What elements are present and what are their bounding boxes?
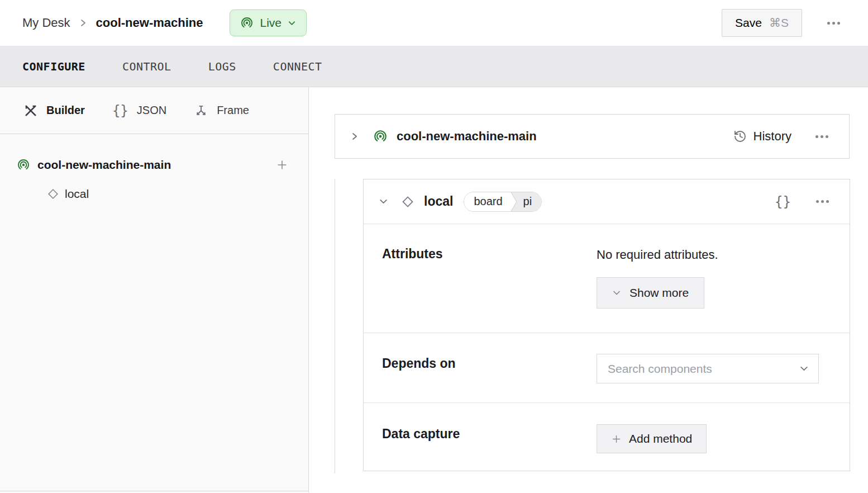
live-status-badge[interactable]: Live [230,10,307,36]
config-sidebar: Builder {} JSON Frame [0,87,309,492]
tab-json-label: JSON [137,104,166,117]
broadcast-icon [240,16,254,30]
code-braces-icon[interactable]: {} [775,194,791,210]
depends-on-label: Depends on [364,333,597,402]
chevron-down-icon [799,364,809,373]
tab-builder-label: Builder [46,104,85,117]
tab-builder[interactable]: Builder [23,103,85,118]
braces-icon: {} [112,103,128,118]
machine-part-title: cool-new-machine-main [397,129,537,144]
badge-type: board [464,192,509,211]
sidebar-view-tabs: Builder {} JSON Frame [0,87,308,134]
add-component-icon[interactable] [276,159,288,171]
tab-configure[interactable]: CONFIGURE [22,60,85,73]
plus-icon [611,434,622,444]
depends-on-select[interactable]: Search components [597,354,819,383]
save-shortcut: ⌘S [769,16,789,30]
component-type-badge: board pi [464,192,542,212]
machine-part-card: cool-new-machine-main History [335,114,850,159]
app-header: My Desk cool-new-machine Live Save ⌘S [0,0,868,46]
depends-on-placeholder: Search components [608,362,712,376]
breadcrumb-parent[interactable]: My Desk [22,16,70,30]
broadcast-icon [373,129,388,144]
tab-logs[interactable]: LOGS [208,60,236,73]
diamond-icon [400,195,415,209]
save-button-label: Save [735,16,762,30]
save-button[interactable]: Save ⌘S [722,9,802,37]
broadcast-icon [17,158,30,172]
depends-on-section: Depends on Search components [364,333,850,403]
component-card-local: local board pi {} Attributes [363,179,850,471]
add-method-button[interactable]: Add method [597,424,707,453]
diamond-icon [46,187,60,201]
attributes-section: Attributes No required attributes. Show … [364,224,850,333]
expand-chevron-right-icon[interactable] [350,131,359,141]
badge-model: pi [518,192,542,211]
chevron-down-icon [612,288,621,297]
data-capture-label: Data capture [364,403,597,471]
history-icon [733,130,747,143]
tree-item-local[interactable]: local [0,180,308,208]
badge-divider-chevron [510,192,518,211]
machine-more-menu-icon[interactable] [810,130,834,144]
data-capture-section: Data capture Add method [364,403,850,471]
tab-connect[interactable]: CONNECT [273,60,322,73]
attributes-empty-text: No required attributes. [597,248,850,262]
component-tree: cool-new-machine-main local [0,134,308,208]
live-badge-label: Live [260,16,282,30]
chevron-down-icon [288,19,296,27]
breadcrumb: My Desk cool-new-machine [22,16,203,30]
attributes-label: Attributes [364,224,597,333]
header-more-menu-icon[interactable] [822,16,846,30]
tab-frame-label: Frame [217,104,249,117]
component-title: local [424,194,453,209]
component-more-menu-icon[interactable] [810,195,834,208]
history-label: History [753,129,791,144]
frame-axes-icon [194,103,208,118]
show-more-label: Show more [629,286,689,300]
indent-guide-line [335,179,335,473]
sidebar-bottom-divider [0,491,308,491]
tree-item-machine-main[interactable]: cool-new-machine-main [0,150,308,180]
tools-icon [23,103,38,118]
tab-frame[interactable]: Frame [194,103,249,118]
tab-control[interactable]: CONTROL [122,60,171,73]
history-button[interactable]: History [733,129,791,144]
component-card-header: local board pi {} [364,179,850,224]
breadcrumb-current: cool-new-machine [96,16,203,30]
tree-item-label: local [65,187,89,201]
show-more-button[interactable]: Show more [597,277,704,309]
tree-item-label: cool-new-machine-main [37,158,171,172]
add-method-label: Add method [629,432,692,445]
breadcrumb-chevron-icon [79,18,87,28]
tab-json[interactable]: {} JSON [112,103,166,118]
nav-tabbar: CONFIGURE CONTROL LOGS CONNECT [0,46,868,87]
config-main-panel: cool-new-machine-main History [309,87,868,492]
collapse-chevron-down-icon[interactable] [379,197,388,206]
